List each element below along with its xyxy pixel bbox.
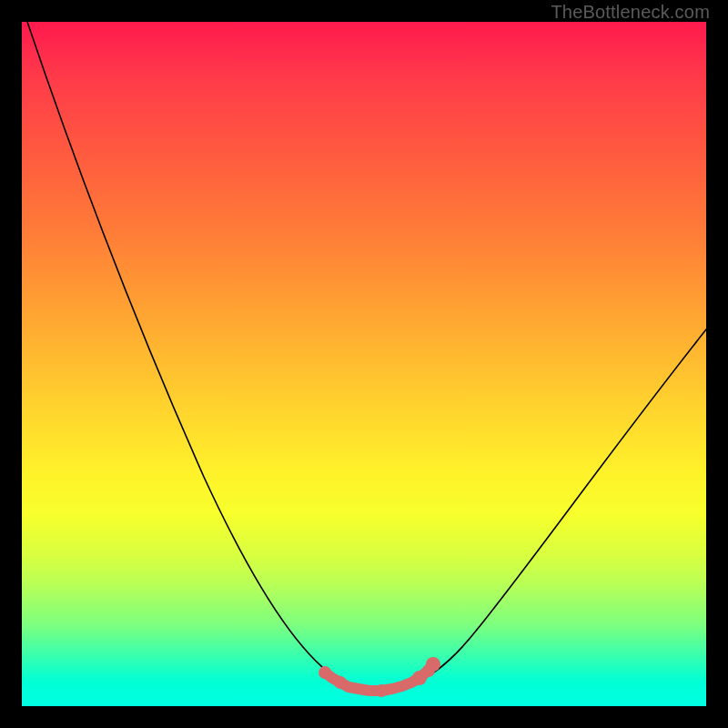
overlay-dot: [318, 666, 331, 679]
overlay-dot: [334, 676, 347, 689]
overlay-dot: [375, 684, 388, 697]
bottleneck-curve-svg: [22, 22, 706, 706]
overlay-dot: [422, 664, 435, 677]
plot-area: [22, 22, 706, 706]
watermark-label: TheBottleneck.com: [551, 2, 710, 23]
bottleneck-curve: [27, 22, 706, 689]
chart-frame: TheBottleneck.com: [0, 0, 728, 728]
